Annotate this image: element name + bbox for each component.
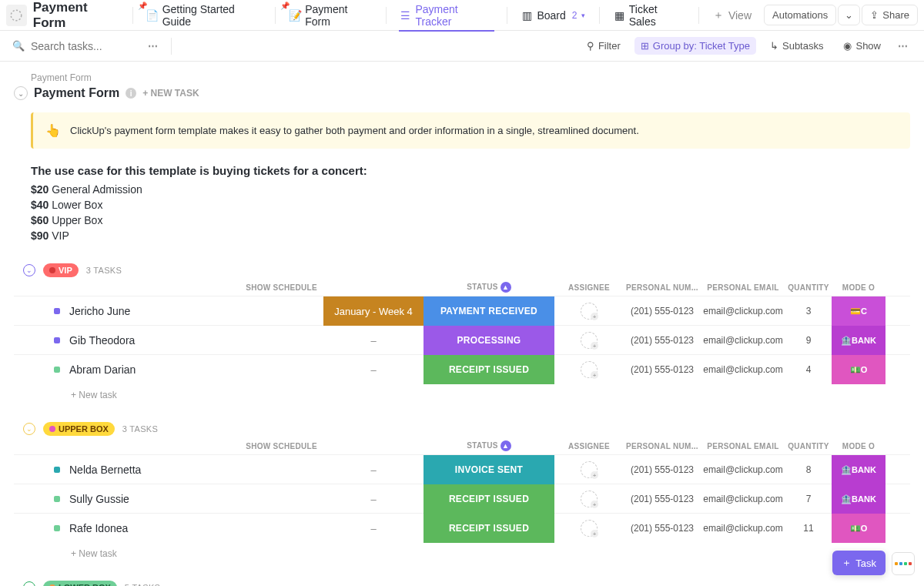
email-cell[interactable]: email@clickup.com — [701, 523, 785, 534]
phone-cell[interactable]: (201) 555-0123 — [624, 364, 701, 375]
task-name[interactable]: Gib Theodora — [69, 334, 135, 347]
status-square-icon[interactable] — [54, 308, 60, 314]
new-task-row[interactable]: + New task — [14, 383, 910, 400]
info-icon[interactable]: i — [126, 88, 136, 99]
status-square-icon[interactable] — [54, 367, 60, 373]
col-personal-num[interactable]: PERSONAL NUM... — [624, 283, 701, 292]
group-collapse-toggle[interactable]: ⌄ — [23, 581, 35, 586]
col-status[interactable]: STATUS▲ — [424, 440, 554, 451]
mode-cell[interactable]: 🏦BANK — [832, 455, 886, 484]
email-cell[interactable]: email@clickup.com — [701, 494, 785, 504]
schedule-cell[interactable]: – — [323, 514, 424, 543]
status-square-icon[interactable] — [54, 337, 60, 343]
col-mode[interactable]: MODE O — [832, 283, 886, 292]
new-task-link[interactable]: + NEW TASK — [142, 88, 199, 99]
phone-cell[interactable]: (201) 555-0123 — [624, 494, 701, 504]
new-task-fab[interactable]: ＋ Task — [832, 551, 886, 575]
status-square-icon[interactable] — [54, 525, 60, 531]
group-by-button[interactable]: ⊞ Group by: Ticket Type — [634, 37, 756, 55]
automations-button[interactable]: Automations — [764, 5, 836, 25]
assignee-cell[interactable] — [554, 461, 624, 478]
phone-cell[interactable]: (201) 555-0123 — [624, 464, 701, 475]
col-personal-email[interactable]: PERSONAL EMAIL — [701, 283, 785, 292]
col-quantity[interactable]: QUANTITY — [785, 283, 832, 292]
task-name[interactable]: Nelda Bernetta — [69, 464, 141, 476]
group-pill[interactable]: UPPER BOX — [43, 422, 115, 436]
phone-cell[interactable]: (201) 555-0123 — [624, 335, 701, 346]
group-pill[interactable]: LOWER BOX — [43, 581, 117, 586]
tab-payment-form[interactable]: 📌 📝 Payment Form — [280, 0, 381, 31]
quantity-cell[interactable]: 7 — [785, 494, 832, 504]
group-collapse-toggle[interactable]: ⌄ — [23, 423, 35, 435]
col-assignee[interactable]: ASSIGNEE — [554, 283, 624, 292]
col-schedule[interactable]: SHOW SCHEDULE — [54, 283, 323, 292]
show-button[interactable]: ◉ Show — [837, 37, 887, 55]
task-name[interactable]: Rafe Idonea — [69, 522, 128, 534]
col-quantity[interactable]: QUANTITY — [785, 442, 832, 450]
assignee-cell[interactable] — [554, 491, 624, 507]
task-name[interactable]: Sully Gussie — [69, 493, 129, 505]
table-row[interactable]: Nelda Bernetta – INVOICE SENT (201) 555-… — [14, 454, 910, 484]
table-row[interactable]: Abram Darian – RECEIPT ISSUED (201) 555-… — [14, 354, 910, 383]
task-name[interactable]: Jericho June — [69, 305, 130, 317]
phone-cell[interactable]: (201) 555-0123 — [624, 523, 701, 534]
email-cell[interactable]: email@clickup.com — [701, 335, 785, 346]
quantity-cell[interactable]: 4 — [785, 364, 832, 375]
search-input[interactable] — [31, 40, 139, 52]
table-row[interactable]: Jericho June January - Week 4 PAYMENT RE… — [14, 296, 910, 325]
mode-cell[interactable]: 🏦BANK — [832, 326, 886, 355]
col-schedule[interactable]: SHOW SCHEDULE — [54, 442, 323, 450]
add-view-button[interactable]: ＋ View — [704, 0, 761, 31]
task-name[interactable]: Abram Darian — [69, 363, 136, 376]
group-pill[interactable]: VIP — [43, 263, 79, 277]
mode-cell[interactable]: 💳C — [832, 296, 886, 326]
status-cell[interactable]: RECEIPT ISSUED — [424, 484, 554, 514]
add-assignee-icon[interactable] — [581, 461, 598, 478]
status-cell[interactable]: INVOICE SENT — [424, 455, 554, 484]
subtasks-button[interactable]: ↳ Subtasks — [764, 37, 829, 55]
schedule-cell[interactable]: January - Week 4 — [323, 296, 424, 326]
share-button[interactable]: ⇪ Share — [862, 5, 918, 25]
quantity-cell[interactable]: 9 — [785, 335, 832, 346]
status-cell[interactable]: RECEIPT ISSUED — [424, 514, 554, 543]
app-icon[interactable] — [6, 5, 27, 26]
table-row[interactable]: Gib Theodora – PROCESSING (201) 555-0123… — [14, 325, 910, 354]
schedule-cell[interactable]: – — [323, 455, 424, 484]
phone-cell[interactable]: (201) 555-0123 — [624, 306, 701, 316]
quantity-cell[interactable]: 11 — [785, 523, 832, 534]
add-assignee-icon[interactable] — [581, 520, 598, 537]
quantity-cell[interactable]: 8 — [785, 464, 832, 475]
assignee-cell[interactable] — [554, 332, 624, 349]
schedule-cell[interactable]: – — [323, 326, 424, 355]
status-square-icon[interactable] — [54, 496, 60, 502]
new-task-row[interactable]: + New task — [14, 542, 910, 559]
email-cell[interactable]: email@clickup.com — [701, 306, 785, 316]
status-square-icon[interactable] — [54, 467, 60, 473]
status-cell[interactable]: PAYMENT RECEIVED — [424, 296, 554, 326]
quantity-cell[interactable]: 3 — [785, 306, 832, 316]
add-assignee-icon[interactable] — [581, 303, 598, 320]
tab-getting-started[interactable]: 📌 📄 Getting Started Guide — [138, 0, 271, 31]
filterbar-more-icon[interactable]: ⋯ — [895, 38, 912, 55]
add-assignee-icon[interactable] — [581, 491, 598, 507]
sort-asc-icon[interactable]: ▲ — [500, 440, 511, 451]
email-cell[interactable]: email@clickup.com — [701, 464, 785, 475]
filter-button[interactable]: ⚲ Filter — [581, 37, 627, 55]
table-row[interactable]: Sully Gussie – RECEIPT ISSUED (201) 555-… — [14, 484, 910, 513]
schedule-cell[interactable]: – — [323, 355, 424, 384]
assignee-cell[interactable] — [554, 361, 624, 378]
assignee-cell[interactable] — [554, 520, 624, 537]
sort-asc-icon[interactable]: ▲ — [500, 282, 511, 293]
collapse-toggle[interactable]: ⌄ — [14, 86, 28, 100]
breadcrumb[interactable]: Payment Form — [31, 72, 910, 83]
tab-payment-tracker[interactable]: ☰ Payment Tracker — [391, 0, 502, 31]
add-assignee-icon[interactable] — [581, 361, 598, 378]
tab-ticket-sales[interactable]: ▦ Ticket Sales — [604, 0, 694, 31]
email-cell[interactable]: email@clickup.com — [701, 364, 785, 375]
col-mode[interactable]: MODE O — [832, 442, 886, 450]
add-assignee-icon[interactable] — [581, 332, 598, 349]
more-icon[interactable]: ⋯ — [145, 38, 162, 55]
col-personal-email[interactable]: PERSONAL EMAIL — [701, 442, 785, 450]
tab-board[interactable]: ▥ Board 2 ▾ — [512, 0, 594, 31]
status-cell[interactable]: RECEIPT ISSUED — [424, 355, 554, 384]
